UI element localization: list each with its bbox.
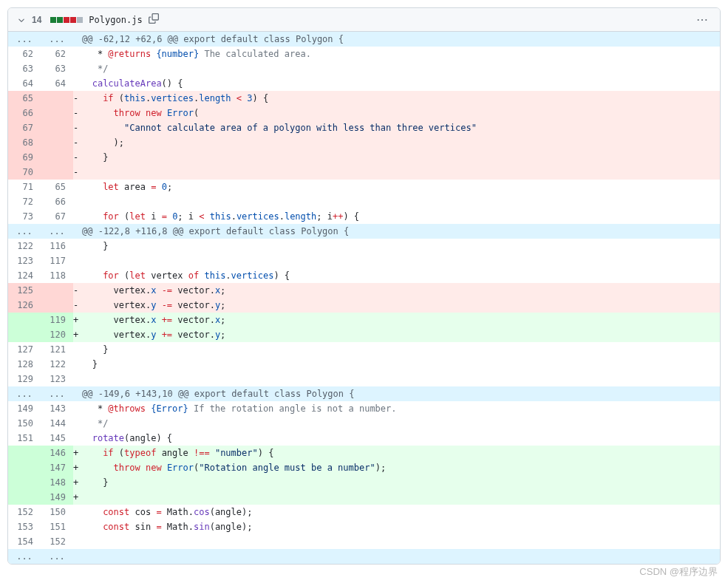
- code-cell[interactable]: }: [78, 150, 720, 165]
- new-line-number[interactable]: 119: [41, 313, 73, 327]
- expand-icon[interactable]: ...: [41, 224, 73, 239]
- new-line-number[interactable]: 151: [41, 519, 73, 534]
- code-cell[interactable]: vertex.x -= vector.x;: [78, 283, 720, 298]
- code-cell[interactable]: for (let vertex of this.vertices) {: [78, 268, 720, 283]
- old-line-number[interactable]: 128: [8, 357, 41, 372]
- code-cell[interactable]: if (this.vertices.length < 3) {: [78, 91, 720, 106]
- kebab-menu-icon[interactable]: ⋯: [693, 13, 711, 27]
- new-line-number[interactable]: 144: [41, 416, 73, 431]
- code-cell[interactable]: throw new Error("Rotation angle must be …: [78, 460, 720, 475]
- old-line-number[interactable]: 65: [8, 91, 41, 106]
- code-cell[interactable]: }: [78, 475, 720, 490]
- new-line-number[interactable]: 122: [41, 357, 73, 372]
- old-line-number[interactable]: 64: [8, 76, 41, 91]
- old-line-number[interactable]: 71: [8, 180, 41, 194]
- old-line-number[interactable]: 69: [8, 150, 41, 165]
- new-line-number[interactable]: 67: [41, 209, 73, 224]
- old-line-number[interactable]: 67: [8, 120, 41, 135]
- code-cell[interactable]: const cos = Math.cos(angle);: [78, 505, 720, 519]
- new-line-number[interactable]: 123: [41, 372, 73, 386]
- new-line-number[interactable]: 120: [41, 327, 73, 342]
- code-cell[interactable]: [78, 534, 720, 549]
- code-cell[interactable]: [78, 253, 720, 268]
- new-line-number[interactable]: 150: [41, 505, 73, 519]
- code-cell[interactable]: for (let i = 0; i < this.vertices.length…: [78, 209, 720, 224]
- new-line-number[interactable]: 149: [41, 490, 73, 505]
- code-cell[interactable]: vertex.y -= vector.y;: [78, 298, 720, 313]
- new-line-number[interactable]: [41, 150, 73, 165]
- code-cell[interactable]: "Cannot calculate area of a polygon with…: [78, 120, 720, 135]
- new-line-number[interactable]: 148: [41, 475, 73, 490]
- new-line-number[interactable]: 118: [41, 268, 73, 283]
- code-cell[interactable]: calculateArea() {: [78, 76, 720, 91]
- new-line-number[interactable]: 145: [41, 431, 73, 446]
- filename[interactable]: Polygon.js: [89, 15, 142, 25]
- code-cell[interactable]: vertex.y += vector.y;: [78, 327, 720, 342]
- new-line-number[interactable]: [41, 298, 73, 313]
- old-line-number[interactable]: 152: [8, 505, 41, 519]
- new-line-number[interactable]: [41, 165, 73, 180]
- code-cell[interactable]: if (typeof angle !== "number") {: [78, 446, 720, 460]
- new-line-number[interactable]: 117: [41, 253, 73, 268]
- code-cell[interactable]: [78, 165, 720, 180]
- new-line-number[interactable]: 146: [41, 446, 73, 460]
- code-cell[interactable]: }: [78, 239, 720, 253]
- code-cell[interactable]: [78, 194, 720, 209]
- old-line-number[interactable]: 149: [8, 401, 41, 416]
- new-line-number[interactable]: 66: [41, 194, 73, 209]
- expand-icon[interactable]: ...: [8, 32, 41, 47]
- old-line-number[interactable]: 127: [8, 342, 41, 357]
- new-line-number[interactable]: [41, 91, 73, 106]
- new-line-number[interactable]: [41, 135, 73, 150]
- new-line-number[interactable]: 65: [41, 180, 73, 194]
- old-line-number[interactable]: [8, 475, 41, 490]
- old-line-number[interactable]: 122: [8, 239, 41, 253]
- code-cell[interactable]: [78, 372, 720, 386]
- copy-path-icon[interactable]: [149, 13, 159, 26]
- old-line-number[interactable]: 72: [8, 194, 41, 209]
- code-cell[interactable]: }: [78, 342, 720, 357]
- new-line-number[interactable]: [41, 106, 73, 120]
- new-line-number[interactable]: 62: [41, 47, 73, 61]
- expand-icon[interactable]: ...: [41, 386, 73, 401]
- old-line-number[interactable]: 63: [8, 61, 41, 76]
- code-cell[interactable]: }: [78, 357, 720, 372]
- expand-icon[interactable]: ...: [8, 386, 41, 401]
- old-line-number[interactable]: 70: [8, 165, 41, 180]
- old-line-number[interactable]: 153: [8, 519, 41, 534]
- old-line-number[interactable]: 126: [8, 298, 41, 313]
- old-line-number[interactable]: 66: [8, 106, 41, 120]
- code-cell[interactable]: throw new Error(: [78, 106, 720, 120]
- code-cell[interactable]: );: [78, 135, 720, 150]
- old-line-number[interactable]: [8, 446, 41, 460]
- old-line-number[interactable]: [8, 460, 41, 475]
- code-cell[interactable]: [78, 490, 720, 505]
- old-line-number[interactable]: [8, 490, 41, 505]
- old-line-number[interactable]: 125: [8, 283, 41, 298]
- code-cell[interactable]: */: [78, 61, 720, 76]
- code-cell[interactable]: vertex.x += vector.x;: [78, 313, 720, 327]
- expand-icon[interactable]: ...: [41, 32, 73, 47]
- new-line-number[interactable]: 63: [41, 61, 73, 76]
- code-cell[interactable]: rotate(angle) {: [78, 431, 720, 446]
- old-line-number[interactable]: 73: [8, 209, 41, 224]
- old-line-number[interactable]: 124: [8, 268, 41, 283]
- chevron-down-icon[interactable]: [17, 16, 26, 24]
- code-cell[interactable]: let area = 0;: [78, 180, 720, 194]
- code-cell[interactable]: * @returns {number} The calculated area.: [78, 47, 720, 61]
- new-line-number[interactable]: 147: [41, 460, 73, 475]
- new-line-number[interactable]: 121: [41, 342, 73, 357]
- new-line-number[interactable]: 152: [41, 534, 73, 549]
- expand-icon[interactable]: ...: [8, 224, 41, 239]
- new-line-number[interactable]: 143: [41, 401, 73, 416]
- new-line-number[interactable]: 116: [41, 239, 73, 253]
- old-line-number[interactable]: [8, 313, 41, 327]
- old-line-number[interactable]: 62: [8, 47, 41, 61]
- expand-icon[interactable]: ...: [41, 549, 73, 564]
- expand-icon[interactable]: ...: [8, 549, 41, 564]
- new-line-number[interactable]: [41, 283, 73, 298]
- old-line-number[interactable]: 129: [8, 372, 41, 386]
- code-cell[interactable]: */: [78, 416, 720, 431]
- code-cell[interactable]: const sin = Math.sin(angle);: [78, 519, 720, 534]
- old-line-number[interactable]: 150: [8, 416, 41, 431]
